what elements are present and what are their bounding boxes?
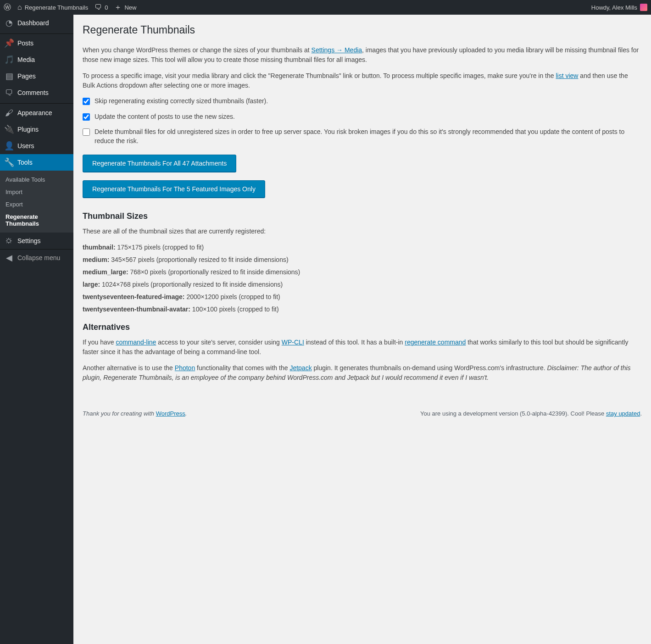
sidebar-item-media[interactable]: 🎵Media [0,51,73,68]
page-icon: ▤ [5,72,14,81]
photon-link[interactable]: Photon [175,364,195,372]
regenerate-featured-button[interactable]: Regenerate Thumbnails For The 5 Featured… [83,180,265,198]
checkbox-label: Delete thumbnail files for old unregiste… [95,128,642,145]
dashboard-icon: ◔ [5,18,14,28]
wordpress-icon: ⓦ [4,4,11,11]
sidebar-item-dashboard[interactable]: ◔Dashboard [0,15,73,31]
sidebar-item-users[interactable]: 👤Users [0,138,73,154]
sizes-intro: These are all of the thumbnail sizes tha… [83,227,642,236]
admin-footer: Thank you for creating with WordPress. Y… [83,410,642,417]
command-line-link[interactable]: command-line [116,339,156,346]
checkbox-update-content[interactable]: Update the content of posts to use the n… [83,112,642,122]
content-area: Regenerate Thumbnails When you change Wo… [73,15,651,644]
sidebar-item-tools[interactable]: 🔧Tools [0,154,73,171]
footer-thanks: Thank you for creating with WordPress. [83,410,187,417]
sidebar-item-pages[interactable]: ▤Pages [0,68,73,84]
sidebar-item-appearance[interactable]: 🖌Appearance [0,103,73,121]
comments-link[interactable]: 🗨0 [95,4,108,11]
settings-icon: ⛭ [5,236,14,245]
user-icon: 👤 [5,141,14,150]
size-item: medium_large: 768×0 pixels (proportional… [83,267,642,277]
account-link[interactable]: Howdy, Alex Mills [591,4,647,11]
sidebar-label: Media [17,56,35,63]
size-item: thumbnail: 175×175 pixels (cropped to fi… [83,243,642,252]
size-item: twentyseventeen-thumbnail-avatar: 100×10… [83,305,642,314]
comment-icon: 🗨 [95,4,102,11]
checkbox-delete-input[interactable] [83,128,90,136]
jetpack-link[interactable]: Jetpack [289,364,312,372]
size-item: twentyseventeen-featured-image: 2000×120… [83,292,642,302]
sizes-list: thumbnail: 175×175 pixels (cropped to fi… [83,243,642,314]
sidebar-item-settings[interactable]: ⛭Settings [0,233,73,249]
sidebar-label: Plugins [17,126,39,133]
collapse-menu[interactable]: ◀Collapse menu [0,249,73,266]
submenu-export[interactable]: Export [0,198,73,211]
submenu-available-tools[interactable]: Available Tools [0,173,73,186]
admin-bar: ⓦ ⌂Regenerate Thumbnails 🗨0 ＋New Howdy, … [0,0,651,15]
media-icon: 🎵 [5,55,14,64]
comment-icon: 🗨 [5,88,14,97]
intro-paragraph-1: When you change WordPress themes or chan… [83,45,642,65]
sidebar-label: Pages [17,72,36,80]
wrench-icon: 🔧 [5,158,14,167]
footer-version: You are using a development version (5.0… [420,410,642,417]
sidebar-item-plugins[interactable]: 🔌Plugins [0,121,73,138]
pin-icon: 📌 [5,39,14,48]
avatar [640,4,647,11]
checkbox-skip-existing[interactable]: Skip regenerating existing correctly siz… [83,97,642,106]
checkbox-label: Skip regenerating existing correctly siz… [95,97,268,106]
settings-media-link[interactable]: Settings → Media [312,46,362,54]
submenu-import[interactable]: Import [0,186,73,198]
size-item: large: 1024×768 pixels (proportionally r… [83,280,642,289]
collapse-icon: ◀ [5,253,14,262]
regenerate-command-link[interactable]: regenerate command [405,339,466,346]
list-view-link[interactable]: list view [556,72,578,79]
checkbox-update-input[interactable] [83,113,90,121]
sidebar-item-comments[interactable]: 🗨Comments [0,84,73,101]
size-item: medium: 345×567 pixels (proportionally r… [83,255,642,265]
admin-sidebar: ◔Dashboard 📌Posts 🎵Media ▤Pages 🗨Comment… [0,15,73,644]
site-name-link[interactable]: ⌂Regenerate Thumbnails [17,4,88,11]
regenerate-all-button[interactable]: Regenerate Thumbnails For All 47 Attachm… [83,155,236,172]
alternatives-paragraph-2: Another alternative is to use the Photon… [83,363,642,383]
new-label: New [124,4,136,11]
thumbnail-sizes-heading: Thumbnail Sizes [83,211,642,221]
sidebar-label: Tools [17,159,33,166]
plug-icon: 🔌 [5,125,14,134]
sidebar-label: Posts [17,39,33,47]
checkbox-skip-input[interactable] [83,98,90,105]
stay-updated-link[interactable]: stay updated [606,410,640,417]
intro-paragraph-2: To process a specific image, visit your … [83,71,642,90]
brush-icon: 🖌 [5,108,14,117]
sidebar-item-posts[interactable]: 📌Posts [0,33,73,51]
collapse-label: Collapse menu [17,254,60,261]
alternatives-paragraph-1: If you have command-line access to your … [83,338,642,357]
tools-submenu: Available Tools Import Export Regenerate… [0,171,73,233]
greeting-text: Howdy, Alex Mills [591,4,637,11]
new-content-link[interactable]: ＋New [114,4,136,11]
sidebar-label: Dashboard [17,19,49,27]
home-icon: ⌂ [17,4,22,11]
comments-count: 0 [105,4,108,11]
page-title: Regenerate Thumbnails [83,24,642,36]
sidebar-label: Appearance [17,109,52,117]
wp-logo[interactable]: ⓦ [4,4,11,11]
wordpress-link[interactable]: WordPress [156,410,185,417]
alternatives-heading: Alternatives [83,322,642,332]
checkbox-delete-old[interactable]: Delete thumbnail files for old unregiste… [83,128,642,145]
sidebar-label: Comments [17,89,49,96]
plus-icon: ＋ [114,4,122,11]
sidebar-label: Settings [17,237,41,244]
sidebar-label: Users [17,142,34,150]
site-name-label: Regenerate Thumbnails [25,4,89,11]
checkbox-label: Update the content of posts to use the n… [95,112,235,122]
wpcli-link[interactable]: WP-CLI [282,339,304,346]
submenu-regenerate[interactable]: Regenerate Thumbnails [0,211,73,230]
